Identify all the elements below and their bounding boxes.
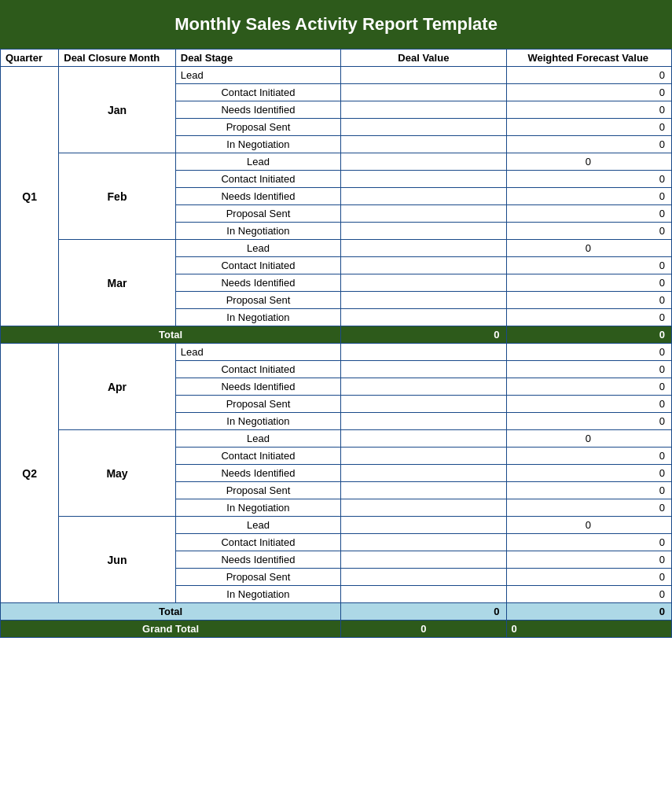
- deal-value-cell[interactable]: [341, 240, 506, 257]
- stage-cell: Needs Identified: [175, 465, 340, 482]
- deal-value-cell[interactable]: [341, 171, 506, 188]
- stage-cell: Proposal Sent: [175, 292, 340, 309]
- forecast-value-cell[interactable]: 0: [506, 551, 671, 569]
- month-cell: Mar: [59, 240, 176, 326]
- forecast-value-cell[interactable]: 0: [506, 344, 671, 361]
- forecast-value-cell[interactable]: 0: [506, 517, 671, 534]
- table-row: Q1JanLead0: [1, 67, 672, 84]
- stage-cell: In Negotiation: [175, 136, 340, 153]
- stage-cell: Proposal Sent: [175, 119, 340, 136]
- stage-cell: Needs Identified: [175, 188, 340, 205]
- grand-total-forecast: 0: [506, 621, 671, 638]
- deal-value-cell[interactable]: [341, 153, 506, 171]
- stage-cell: Needs Identified: [175, 378, 340, 396]
- forecast-value-cell[interactable]: 0: [506, 171, 671, 188]
- stage-cell: Lead: [175, 344, 340, 361]
- deal-value-cell[interactable]: [341, 430, 506, 448]
- forecast-value-cell[interactable]: 0: [506, 119, 671, 136]
- forecast-value-cell[interactable]: 0: [506, 448, 671, 465]
- deal-value-cell[interactable]: [341, 569, 506, 586]
- header-month: Deal Closure Month: [59, 50, 176, 67]
- quarter-cell: Q2: [1, 344, 59, 603]
- stage-cell: Lead: [175, 517, 340, 534]
- deal-value-cell[interactable]: [341, 119, 506, 136]
- month-cell: Apr: [59, 344, 176, 430]
- stage-cell: In Negotiation: [175, 413, 340, 430]
- forecast-value-cell[interactable]: 0: [506, 223, 671, 240]
- stage-cell: Lead: [175, 67, 340, 84]
- stage-cell: Lead: [175, 240, 340, 257]
- table-row: MarLead0: [1, 240, 672, 257]
- deal-value-cell[interactable]: [341, 499, 506, 517]
- deal-value-cell[interactable]: [341, 586, 506, 603]
- deal-value-cell[interactable]: [341, 396, 506, 413]
- deal-value-cell[interactable]: [341, 413, 506, 430]
- forecast-value-cell[interactable]: 0: [506, 101, 671, 119]
- deal-value-cell[interactable]: [341, 378, 506, 396]
- forecast-value-cell[interactable]: 0: [506, 534, 671, 551]
- forecast-value-cell[interactable]: 0: [506, 378, 671, 396]
- forecast-value-cell[interactable]: 0: [506, 84, 671, 101]
- month-cell: Jun: [59, 517, 176, 603]
- report-table: Quarter Deal Closure Month Deal Stage De…: [0, 49, 672, 638]
- deal-value-cell[interactable]: [341, 361, 506, 378]
- grand-total-label: Grand Total: [1, 621, 341, 638]
- deal-value-cell[interactable]: [341, 551, 506, 569]
- forecast-value-cell[interactable]: 0: [506, 430, 671, 448]
- forecast-value-cell[interactable]: 0: [506, 136, 671, 153]
- stage-cell: In Negotiation: [175, 309, 340, 326]
- forecast-value-cell[interactable]: 0: [506, 413, 671, 430]
- stage-cell: Contact Initiated: [175, 534, 340, 551]
- forecast-value-cell[interactable]: 0: [506, 292, 671, 309]
- deal-value-cell[interactable]: [341, 517, 506, 534]
- forecast-value-cell[interactable]: 0: [506, 361, 671, 378]
- total-label: Total: [1, 603, 341, 621]
- deal-value-cell[interactable]: [341, 223, 506, 240]
- deal-value-cell[interactable]: [341, 257, 506, 274]
- forecast-value-cell[interactable]: 0: [506, 482, 671, 499]
- total-forecast: 0: [506, 603, 671, 621]
- forecast-value-cell[interactable]: 0: [506, 205, 671, 223]
- forecast-value-cell[interactable]: 0: [506, 569, 671, 586]
- forecast-value-cell[interactable]: 0: [506, 240, 671, 257]
- deal-value-cell[interactable]: [341, 101, 506, 119]
- deal-value-cell[interactable]: [341, 448, 506, 465]
- deal-value-cell[interactable]: [341, 534, 506, 551]
- month-cell: Jan: [59, 67, 176, 153]
- deal-value-cell[interactable]: [341, 205, 506, 223]
- month-cell: Feb: [59, 153, 176, 240]
- forecast-value-cell[interactable]: 0: [506, 188, 671, 205]
- forecast-value-cell[interactable]: 0: [506, 257, 671, 274]
- stage-cell: In Negotiation: [175, 223, 340, 240]
- stage-cell: Proposal Sent: [175, 569, 340, 586]
- forecast-value-cell[interactable]: 0: [506, 396, 671, 413]
- forecast-value-cell[interactable]: 0: [506, 586, 671, 603]
- forecast-value-cell[interactable]: 0: [506, 67, 671, 84]
- deal-value-cell[interactable]: [341, 188, 506, 205]
- total-label: Total: [1, 326, 341, 344]
- header-value: Deal Value: [341, 50, 506, 67]
- stage-cell: Contact Initiated: [175, 171, 340, 188]
- deal-value-cell[interactable]: [341, 482, 506, 499]
- deal-value-cell[interactable]: [341, 67, 506, 84]
- deal-value-cell[interactable]: [341, 274, 506, 292]
- deal-value-cell[interactable]: [341, 136, 506, 153]
- deal-value-cell[interactable]: [341, 465, 506, 482]
- forecast-value-cell[interactable]: 0: [506, 309, 671, 326]
- forecast-value-cell[interactable]: 0: [506, 465, 671, 482]
- stage-cell: Proposal Sent: [175, 482, 340, 499]
- forecast-value-cell[interactable]: 0: [506, 499, 671, 517]
- quarter-cell: Q1: [1, 67, 59, 326]
- deal-value-cell[interactable]: [341, 309, 506, 326]
- deal-value-cell[interactable]: [341, 344, 506, 361]
- stage-cell: In Negotiation: [175, 499, 340, 517]
- stage-cell: Needs Identified: [175, 101, 340, 119]
- table-row: Q2AprLead0: [1, 344, 672, 361]
- forecast-value-cell[interactable]: 0: [506, 274, 671, 292]
- deal-value-cell[interactable]: [341, 84, 506, 101]
- stage-cell: Needs Identified: [175, 551, 340, 569]
- deal-value-cell[interactable]: [341, 292, 506, 309]
- stage-cell: Lead: [175, 430, 340, 448]
- header-quarter: Quarter: [1, 50, 59, 67]
- forecast-value-cell[interactable]: 0: [506, 153, 671, 171]
